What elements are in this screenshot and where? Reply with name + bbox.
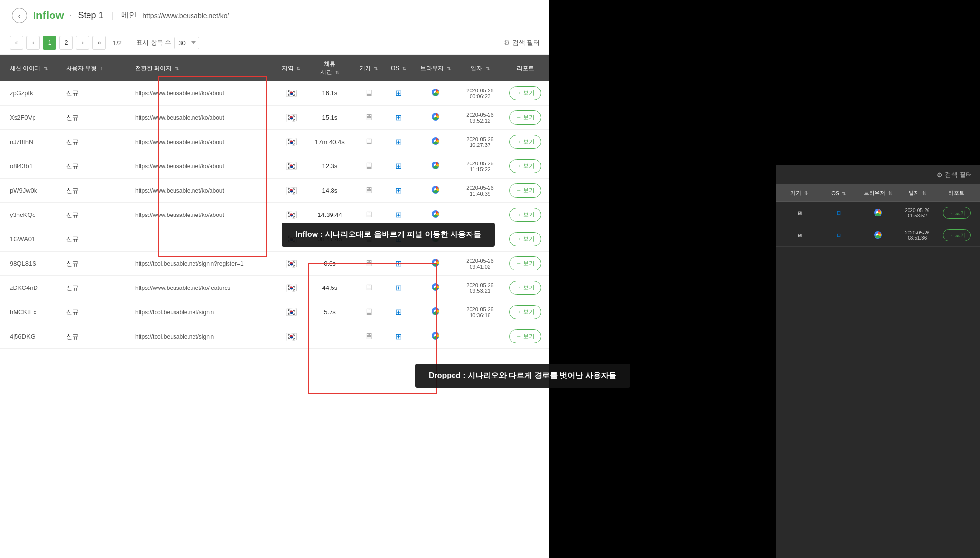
cell-time: 17m 40.4s xyxy=(307,130,352,154)
cell-id: 4j56DKG xyxy=(0,324,62,349)
cell-device: 🖥 xyxy=(352,179,385,203)
cell-id: Xs2F0Vp xyxy=(0,106,62,130)
th-duration: 체류시간 ⇅ xyxy=(307,55,352,81)
cell-browser xyxy=(413,154,459,179)
cell-type: 신규 xyxy=(62,324,116,349)
th-region: 지역 ⇅ xyxy=(275,55,307,81)
gear-icon: ⚙ xyxy=(504,38,510,47)
cell-os: ⊞ xyxy=(385,300,413,324)
cell-type: 신규 xyxy=(62,203,116,227)
cell-region: 🇰🇷 xyxy=(275,324,307,349)
sp-th-date: 일자 ⇅ xyxy=(897,189,937,197)
cell-os: ⊞ xyxy=(385,276,413,300)
sp-device-2: 🖥 xyxy=(780,233,819,238)
table-row: Xs2F0Vp 신규 https://www.beusable.net/ko/a… xyxy=(0,106,549,130)
view-button[interactable]: → 보기 xyxy=(509,183,541,198)
table-container: 세션 이이디 ⇅ 사용자 유형 ↑ 전환한 페이지 ⇅ 지역 ⇅ 체류시간 ⇅ … xyxy=(0,55,549,349)
view-button[interactable]: → 보기 xyxy=(509,305,541,319)
cell-date: 2020-05-2611:40:39 xyxy=(459,179,502,203)
cell-report: → 보기 xyxy=(501,252,549,276)
cell-time: 16.1s xyxy=(307,81,352,106)
th-browser: 브라우저 ⇅ xyxy=(413,55,459,81)
cell-url: https://www.beusable.net/ko/features xyxy=(116,276,275,300)
cell-url: https://www.beusable.net/ko/about xyxy=(116,106,275,130)
cell-id: zDKC4nD xyxy=(0,276,62,300)
sp-date-1: 2020-05-2601:58:52 xyxy=(897,208,937,218)
view-button[interactable]: → 보기 xyxy=(509,281,541,295)
view-button[interactable]: → 보기 xyxy=(509,110,541,125)
view-button[interactable]: → 보기 xyxy=(509,329,541,343)
main-panel: ‹ Inflow · Step 1 | 메인 https://www.beusa… xyxy=(0,0,549,558)
sp-th-browser: 브라우저 ⇅ xyxy=(858,189,898,197)
cell-time: 5.7s xyxy=(307,300,352,324)
sp-gear-icon: ⚙ xyxy=(937,171,943,179)
cell-device: 🖥 xyxy=(352,81,385,106)
sp-filter-button[interactable]: ⚙ 검색 필터 xyxy=(937,170,972,179)
step-label: Step 1 xyxy=(78,10,104,20)
cell-browser xyxy=(413,179,459,203)
cell-type: 신규 xyxy=(62,106,116,130)
view-button[interactable]: → 보기 xyxy=(509,232,541,246)
sp-header-row: 기기 ⇅ OS ⇅ 브라우저 ⇅ 일자 ⇅ 리포트 xyxy=(776,184,980,202)
cell-device: 🖥 xyxy=(352,130,385,154)
cell-date: 2020-05-2611:15:22 xyxy=(459,154,502,179)
cell-device: 🖥 xyxy=(352,106,385,130)
cell-id: hMCKtEx xyxy=(0,300,62,324)
cell-report: → 보기 xyxy=(501,227,549,252)
cell-os: ⊞ xyxy=(385,179,413,203)
menu-label: 메인 xyxy=(121,10,137,20)
view-button[interactable]: → 보기 xyxy=(509,135,541,149)
sp-th-os: OS ⇅ xyxy=(819,190,858,196)
cell-report: → 보기 xyxy=(501,203,549,227)
view-button[interactable]: → 보기 xyxy=(509,256,541,270)
cell-id: y3ncKQo xyxy=(0,203,62,227)
cell-id: pW9Jw0k xyxy=(0,179,62,203)
cell-device: 🖥 xyxy=(352,252,385,276)
view-button[interactable]: → 보기 xyxy=(509,86,541,100)
view-button[interactable]: → 보기 xyxy=(509,208,541,222)
sp-os-2: ⊞ xyxy=(819,232,858,238)
back-button[interactable]: ‹ xyxy=(12,8,27,23)
th-device: 기기 ⇅ xyxy=(352,55,385,81)
cell-type: 신규 xyxy=(62,276,116,300)
sp-view-button-2[interactable]: → 보기 xyxy=(943,229,971,241)
header-sep: | xyxy=(111,10,114,20)
cell-os: ⊞ xyxy=(385,252,413,276)
cell-date xyxy=(459,324,502,349)
table-row: pW9Jw0k 신규 https://www.beusable.net/ko/a… xyxy=(0,179,549,203)
cell-type: 신규 xyxy=(62,130,116,154)
header-url: https://www.beusable.net/ko/ xyxy=(142,12,229,19)
next-page-button[interactable]: › xyxy=(76,36,89,50)
cell-region: 🇰🇷 xyxy=(275,154,307,179)
cell-region: 🇰🇷 xyxy=(275,179,307,203)
sp-view-button-1[interactable]: → 보기 xyxy=(943,207,971,219)
second-panel: ⚙ 검색 필터 기기 ⇅ OS ⇅ 브라우저 ⇅ 일자 ⇅ 리포트 🖥 ⊞ xyxy=(776,165,980,558)
view-button[interactable]: → 보기 xyxy=(509,159,541,173)
cell-url: https://www.beusable.net/ko/about xyxy=(116,179,275,203)
th-session-id: 세션 이이디 ⇅ xyxy=(0,55,62,81)
page-1-button[interactable]: 1 xyxy=(43,36,56,50)
cell-report: → 보기 xyxy=(501,130,549,154)
filter-label: 검색 필터 xyxy=(512,38,540,47)
cell-report: → 보기 xyxy=(501,324,549,349)
last-page-button[interactable]: » xyxy=(92,36,106,50)
filter-button[interactable]: ⚙ 검색 필터 xyxy=(504,38,540,47)
th-converted-page: 전환한 페이지 ⇅ xyxy=(116,55,275,81)
table-header-row: 세션 이이디 ⇅ 사용자 유형 ↑ 전환한 페이지 ⇅ 지역 ⇅ 체류시간 ⇅ … xyxy=(0,55,549,81)
display-label: 표시 항목 수 xyxy=(136,38,171,47)
count-select[interactable]: 30 50 100 xyxy=(174,37,199,49)
cell-date: 2020-05-2609:52:12 xyxy=(459,106,502,130)
cell-region: 🇰🇷 xyxy=(275,276,307,300)
cell-id: 1GWA01 xyxy=(0,227,62,252)
cell-report: → 보기 xyxy=(501,81,549,106)
page-2-button[interactable]: 2 xyxy=(59,36,73,50)
prev-page-button[interactable]: ‹ xyxy=(26,36,40,50)
cell-report: → 보기 xyxy=(501,276,549,300)
cell-os: ⊞ xyxy=(385,81,413,106)
first-page-button[interactable]: « xyxy=(10,36,23,50)
sp-device-1: 🖥 xyxy=(780,210,819,216)
cell-date: 2020-05-2610:36:16 xyxy=(459,300,502,324)
cell-report: → 보기 xyxy=(501,300,549,324)
cell-url xyxy=(116,227,275,252)
table-row: o8I43b1 신규 https://www.beusable.net/ko/a… xyxy=(0,154,549,179)
